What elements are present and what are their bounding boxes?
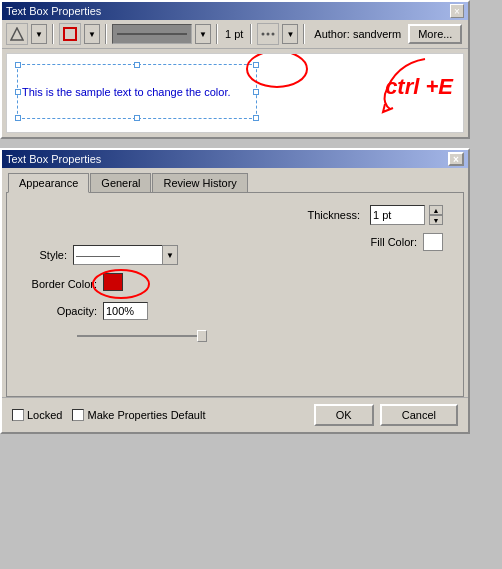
top-window-title: Text Box Properties [6, 5, 101, 17]
dialog-footer: Locked Make Properties Default OK Cancel [2, 397, 468, 432]
line-style-arrow[interactable]: ▼ [195, 24, 211, 44]
opacity-input[interactable] [103, 302, 148, 320]
handle-tl [15, 62, 21, 68]
main-dialog: Text Box Properties × Appearance General… [0, 148, 470, 434]
more-button[interactable]: More... [408, 24, 462, 44]
border-color-label: Border Color: [17, 278, 97, 290]
handle-tm [134, 62, 140, 68]
slider-track [77, 335, 207, 337]
handle-bm [134, 115, 140, 121]
slider-thumb[interactable] [197, 330, 207, 342]
fill-color-label: Fill Color: [371, 236, 417, 248]
style-select-wrapper: ———— ▼ [73, 245, 178, 265]
dots-icon[interactable] [257, 23, 279, 45]
separator-2 [105, 24, 107, 44]
separator-5 [303, 24, 305, 44]
border-color-wrapper [103, 273, 123, 294]
cancel-button[interactable]: Cancel [380, 404, 458, 426]
opacity-label: Opacity: [17, 305, 97, 317]
preview-text: This is the sample text to change the co… [22, 86, 231, 98]
locked-checkbox[interactable] [12, 409, 24, 421]
separator-4 [250, 24, 252, 44]
preview-area: This is the sample text to change the co… [6, 53, 464, 133]
thickness-spinner: ▲ ▼ [429, 205, 443, 225]
locked-checkbox-label[interactable]: Locked [12, 409, 62, 421]
svg-point-3 [267, 33, 270, 36]
handle-tr [253, 62, 259, 68]
handle-bl [15, 115, 21, 121]
thickness-down[interactable]: ▼ [429, 215, 443, 225]
top-window-titlebar: Text Box Properties × [2, 2, 468, 20]
make-default-text: Make Properties Default [87, 409, 205, 421]
tab-review-history[interactable]: Review History [152, 173, 247, 193]
dialog-titlebar: Text Box Properties × [2, 150, 468, 168]
thickness-label: 1 pt [225, 28, 243, 40]
svg-rect-1 [64, 28, 76, 40]
svg-marker-0 [11, 28, 23, 40]
thickness-up[interactable]: ▲ [429, 205, 443, 215]
line-style-control[interactable] [112, 24, 192, 44]
border-color-circle-svg [91, 267, 161, 301]
style-select-arrow[interactable]: ▼ [162, 245, 178, 265]
author-label: Author: sandverm [314, 28, 401, 40]
ctrl-annotation: ctrl +E [385, 74, 453, 100]
thickness-label: Thickness: [307, 209, 360, 221]
shape-dropdown-arrow[interactable]: ▼ [31, 24, 47, 44]
tab-content-appearance: Thickness: 1 pt ▲ ▼ Fill Color: Style: —… [6, 192, 464, 397]
make-default-label[interactable]: Make Properties Default [72, 409, 205, 421]
make-default-checkbox[interactable] [72, 409, 84, 421]
toolbar: ▼ ▼ ▼ 1 pt ▼ Author: sandverm More... [2, 20, 468, 49]
opacity-row: Opacity: [17, 302, 453, 320]
text-box-preview: This is the sample text to change the co… [17, 64, 257, 119]
fill-color-swatch[interactable] [423, 233, 443, 251]
dots-dropdown-arrow[interactable]: ▼ [282, 24, 298, 44]
separator-1 [52, 24, 54, 44]
top-window: Text Box Properties × ▼ ▼ ▼ 1 pt ▼ Autho… [0, 0, 470, 139]
spacer [17, 344, 453, 384]
border-color-row: Border Color: [17, 273, 453, 294]
separator-3 [216, 24, 218, 44]
thickness-section: Thickness: 1 pt ▲ ▼ [307, 205, 443, 225]
svg-point-2 [262, 33, 265, 36]
border-color-swatch[interactable] [103, 273, 123, 291]
locked-label: Locked [27, 409, 62, 421]
top-window-close-button[interactable]: × [450, 4, 464, 18]
thickness-input[interactable]: 1 pt [370, 205, 425, 225]
border-color-icon[interactable] [59, 23, 81, 45]
dialog-title: Text Box Properties [6, 153, 101, 165]
slider-row [17, 328, 453, 344]
handle-lm [15, 89, 21, 95]
ok-button[interactable]: OK [314, 404, 374, 426]
dialog-close-button[interactable]: × [448, 152, 464, 166]
handle-br [253, 115, 259, 121]
tab-general[interactable]: General [90, 173, 151, 193]
shape-icon[interactable] [6, 23, 28, 45]
svg-point-4 [272, 33, 275, 36]
footer-left: Locked Make Properties Default [12, 409, 308, 421]
style-select-display[interactable]: ———— [73, 245, 163, 265]
annotation-arrow-svg [375, 54, 435, 114]
tab-appearance[interactable]: Appearance [8, 173, 89, 193]
fill-section: Fill Color: [371, 233, 443, 251]
ctrl-text: ctrl +E [385, 74, 453, 99]
border-dropdown-arrow[interactable]: ▼ [84, 24, 100, 44]
opacity-slider[interactable] [77, 328, 207, 344]
handle-rm [253, 89, 259, 95]
tabs-container: Appearance General Review History [2, 168, 468, 192]
style-label: Style: [17, 249, 67, 261]
